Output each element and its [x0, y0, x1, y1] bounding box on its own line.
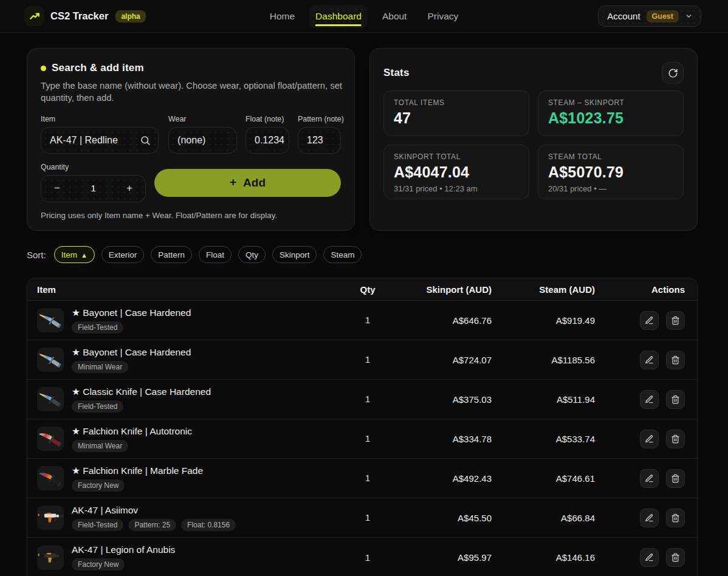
item-cell: ★ Falchion Knife | Marble FadeFactory Ne…: [27, 465, 336, 492]
trash-icon: [671, 553, 680, 562]
edit-item-button[interactable]: [640, 469, 659, 488]
pencil-icon: [645, 316, 654, 325]
column-header-actions: Actions: [595, 284, 696, 295]
sort-label: Sort:: [27, 250, 46, 260]
top-navigation-bar: CS2 Tracker alpha HomeDashboardAboutPriv…: [0, 0, 728, 33]
sort-pill-label: Steam: [331, 250, 354, 259]
nav-link-home[interactable]: Home: [264, 5, 301, 28]
sort-pill-label: Pattern: [158, 250, 185, 259]
accent-dot-icon: [41, 66, 46, 71]
stat-label: STEAM TOTAL: [548, 153, 673, 161]
item-search-input[interactable]: AK-47 | Redline: [41, 127, 159, 154]
item-cell: ★ Bayonet | Case HardenedMinimal Wear: [27, 347, 336, 373]
sort-pill-pattern[interactable]: Pattern: [151, 246, 192, 263]
trash-icon: [671, 395, 680, 404]
quantity-decrement-button[interactable]: −: [41, 176, 73, 202]
item-badge: Pattern: 25: [128, 519, 176, 531]
plus-icon: +: [230, 176, 236, 189]
main-nav: HomeDashboardAboutPrivacy: [264, 0, 465, 33]
stat-subtext: 31/31 priced • 12:23 am: [394, 184, 519, 193]
quantity-increment-button[interactable]: +: [114, 176, 145, 202]
knife-autotronic-thumbnail: [37, 427, 64, 451]
pattern-input[interactable]: 123: [298, 127, 341, 154]
pencil-icon: [645, 355, 654, 365]
search-fields-row: Item AK-47 | Redline Wear (none) Fl: [41, 115, 341, 154]
item-name: ★ Bayonet | Case Hardened: [72, 307, 191, 318]
stat-subtext: 20/31 priced • —: [548, 184, 673, 193]
sort-pill-label: Qty: [246, 250, 258, 259]
nav-link-privacy[interactable]: Privacy: [421, 5, 464, 28]
edit-item-button[interactable]: [640, 430, 659, 448]
trash-icon: [671, 355, 680, 365]
item-cell: AK-47 | AsiimovField-TestedPattern: 25Fl…: [27, 505, 336, 531]
item-name: AK-47 | Asiimov: [72, 505, 236, 516]
qty-cell: 1: [336, 394, 399, 404]
edit-item-button[interactable]: [640, 548, 659, 567]
delete-item-button[interactable]: [666, 509, 685, 527]
sort-pill-exterior[interactable]: Exterior: [101, 246, 145, 263]
refresh-stats-button[interactable]: [662, 62, 684, 84]
item-badge: Field-Tested: [72, 321, 123, 334]
skinport-price-cell: A$334.78: [399, 434, 492, 444]
sort-pill-float[interactable]: Float: [199, 246, 232, 263]
sort-pill-qty[interactable]: Qty: [238, 246, 266, 263]
search-add-card: Search & add item Type the base name (wi…: [27, 48, 355, 231]
actions-cell: [595, 311, 696, 330]
wear-select[interactable]: (none): [168, 127, 237, 154]
brand[interactable]: CS2 Tracker alpha: [24, 6, 146, 26]
table-row: ★ Falchion Knife | AutotronicMinimal Wea…: [27, 419, 697, 459]
nav-link-about[interactable]: About: [376, 5, 413, 28]
delete-item-button[interactable]: [666, 311, 685, 330]
sort-pill-skinport[interactable]: Skinport: [272, 246, 317, 263]
item-badge: Float: 0.8156: [181, 519, 236, 531]
stats-card-title: Stats: [383, 67, 410, 79]
add-item-button[interactable]: + Add: [154, 169, 341, 197]
stat-box-steam-total: STEAM TOTALA$5070.7920/31 priced • —: [538, 145, 684, 199]
stat-label: TOTAL ITEMS: [394, 98, 519, 107]
sort-pill-label: Item: [61, 250, 77, 259]
table-row: AK-47 | Legion of AnubisFactory New1A$95…: [27, 538, 697, 576]
stat-label: SKINPORT TOTAL: [394, 153, 519, 161]
pencil-icon: [645, 434, 654, 444]
nav-link-dashboard[interactable]: Dashboard: [309, 5, 368, 28]
table-body: ★ Bayonet | Case HardenedField-Tested1A$…: [27, 301, 697, 576]
qty-cell: 1: [336, 513, 399, 523]
item-name: ★ Falchion Knife | Autotronic: [72, 426, 192, 437]
delete-item-button[interactable]: [666, 469, 685, 488]
sort-pill-item[interactable]: Item▲: [54, 246, 95, 263]
float-input[interactable]: 0.1234: [246, 127, 289, 154]
column-header-steam: Steam (AUD): [492, 284, 595, 295]
edit-item-button[interactable]: [640, 509, 659, 527]
quantity-value: 1: [73, 183, 114, 194]
delete-item-button[interactable]: [666, 390, 685, 409]
delete-item-button[interactable]: [666, 430, 685, 448]
stat-value: A$4047.04: [394, 163, 519, 181]
item-cell: ★ Bayonet | Case HardenedField-Tested: [27, 307, 336, 334]
sort-direction-icon: ▲: [81, 252, 88, 259]
item-field-label: Item: [41, 115, 159, 123]
delete-item-button[interactable]: [666, 548, 685, 567]
edit-item-button[interactable]: [640, 390, 659, 409]
steam-price-cell: A$1185.56: [492, 355, 595, 365]
item-cell: ★ Falchion Knife | AutotronicMinimal Wea…: [27, 426, 336, 452]
edit-item-button[interactable]: [640, 311, 659, 330]
item-name: ★ Classic Knife | Case Hardened: [72, 386, 211, 397]
table-row: ★ Bayonet | Case HardenedField-Tested1A$…: [27, 301, 697, 340]
steam-price-cell: A$146.16: [492, 552, 595, 563]
qty-cell: 1: [336, 355, 399, 365]
actions-cell: [595, 509, 696, 527]
page-content: Search & add item Type the base name (wi…: [27, 48, 698, 576]
steam-price-cell: A$919.49: [492, 315, 595, 326]
item-search-value: AK-47 | Redline: [50, 135, 140, 146]
wear-select-value: (none): [177, 135, 229, 146]
account-menu-button[interactable]: Account Guest: [598, 5, 701, 27]
sort-pill-steam[interactable]: Steam: [323, 246, 362, 263]
stat-value: A$1023.75: [548, 109, 673, 127]
item-badge: Factory New: [72, 479, 125, 492]
edit-item-button[interactable]: [640, 351, 659, 369]
search-card-title: Search & add item: [52, 62, 144, 74]
delete-item-button[interactable]: [666, 351, 685, 369]
logo-tile: [24, 6, 44, 26]
account-label: Account: [607, 11, 640, 21]
qty-cell: 1: [336, 553, 399, 563]
